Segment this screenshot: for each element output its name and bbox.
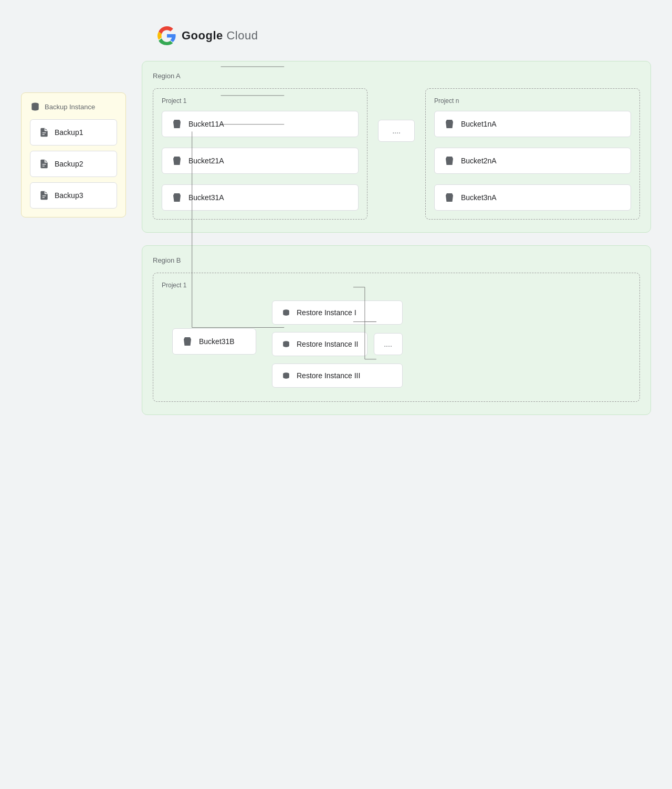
bucket3na-card: Bucket3nA <box>434 184 631 211</box>
region-b-content: Bucket31B <box>162 295 631 393</box>
bucket11a-card: Bucket11A <box>162 111 359 137</box>
restore-instance-ii-label: Restore Instance II <box>297 340 359 348</box>
bucket1na-label: Bucket1nA <box>461 120 497 128</box>
logo-text: Google Cloud <box>182 29 258 43</box>
restore-instance-iii-label: Restore Instance III <box>297 371 360 380</box>
bucket21a-icon <box>171 154 183 167</box>
restore-instance-ii-card: Restore Instance II <box>272 332 368 356</box>
projectn-buckets: Bucket1nA Bucket2nA <box>434 111 631 211</box>
bucket3na-label: Bucket3nA <box>461 193 497 202</box>
region-a-ellipsis-col: .... <box>378 115 415 142</box>
restore-ii-row: Restore Instance II .... <box>272 332 403 356</box>
restore-instance-i-icon <box>281 307 291 318</box>
logo-area: Google Cloud <box>158 26 651 45</box>
backup-panel: Backup Instance Backup1 <box>21 92 126 217</box>
project1-buckets: Bucket11A Bucket21A <box>162 111 359 211</box>
google-cloud-logo-icon <box>158 26 176 45</box>
restore-instance-i-label: Restore Instance I <box>297 308 356 317</box>
projectn-box: Project n Bucket1nA <box>425 88 640 220</box>
restore-instance-ii-icon <box>281 339 291 349</box>
backup2-doc-icon <box>39 159 49 169</box>
backup1-doc-icon <box>39 127 49 138</box>
backup3-label: Backup3 <box>55 191 83 200</box>
restore-ellipsis: .... <box>374 333 403 355</box>
backup1-card: Backup1 <box>30 119 117 146</box>
restore-instance-i-card: Restore Instance I <box>272 300 403 325</box>
bucket3na-icon <box>443 191 456 204</box>
region-b-box: Region B Project 1 Bucket31B <box>142 245 651 415</box>
bucket2na-icon <box>443 154 456 167</box>
bucket2na-card: Bucket2nA <box>434 148 631 174</box>
bucket31a-card: Bucket31A <box>162 184 359 211</box>
region-a-ellipsis: .... <box>378 120 415 142</box>
bucket11a-icon <box>171 118 183 130</box>
bucket31a-label: Bucket31A <box>188 193 224 202</box>
bucket31b-icon <box>181 335 194 348</box>
project1b-label: Project 1 <box>162 282 631 289</box>
bucket31b-label: Bucket31B <box>199 337 235 346</box>
region-a-label: Region A <box>153 72 640 80</box>
backup2-card: Backup2 <box>30 151 117 177</box>
bucket31b-card: Bucket31B <box>172 328 256 355</box>
project1b-box: Project 1 Bucket31B <box>153 273 640 402</box>
region-a-box: Region A Project 1 Bucket11A <box>142 61 651 233</box>
diagram-area: Region A Project 1 Bucket11A <box>142 61 651 428</box>
backup-instance-icon <box>30 101 40 112</box>
backup3-card: Backup3 <box>30 182 117 209</box>
bucket1na-icon <box>443 118 456 130</box>
bucket2na-label: Bucket2nA <box>461 157 497 165</box>
backup1-label: Backup1 <box>55 128 83 137</box>
backup3-doc-icon <box>39 190 49 201</box>
projectn-label: Project n <box>434 97 631 105</box>
restore-instances-group: Restore Instance I <box>272 300 403 388</box>
backup-panel-title: Backup Instance <box>30 101 117 112</box>
region-b-label: Region B <box>153 256 640 264</box>
backup2-label: Backup2 <box>55 160 83 168</box>
restore-instance-iii-icon <box>281 370 291 381</box>
bucket21a-label: Bucket21A <box>188 157 224 165</box>
backup-panel-label: Backup Instance <box>45 103 95 111</box>
bucket11a-label: Bucket11A <box>188 120 224 128</box>
bucket31a-icon <box>171 191 183 204</box>
page-container: Google Cloud Backup Instance <box>21 11 651 443</box>
project1-box: Project 1 Bucket11A <box>153 88 368 220</box>
restore-instance-iii-card: Restore Instance III <box>272 364 403 388</box>
main-layout: Backup Instance Backup1 <box>21 61 651 428</box>
project1-label: Project 1 <box>162 97 359 105</box>
region-a-projects-row: Project 1 Bucket11A <box>153 88 640 220</box>
bucket21a-card: Bucket21A <box>162 148 359 174</box>
bucket1na-card: Bucket1nA <box>434 111 631 137</box>
